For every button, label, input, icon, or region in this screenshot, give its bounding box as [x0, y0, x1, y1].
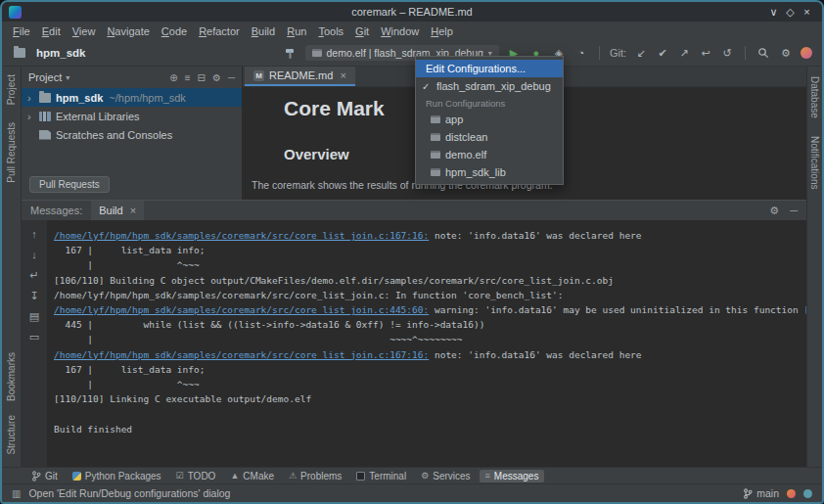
dropdown-item-hpm-sdk-lib[interactable]: hpm_sdk_lib [416, 163, 563, 181]
toolwindow-bar-services[interactable]: ⚙Services [415, 470, 476, 482]
toolwindow-button-notifications[interactable]: Notifications [809, 136, 820, 189]
up-icon[interactable]: ↑ [31, 229, 37, 240]
scratches-icon [39, 130, 51, 140]
check-icon: ✓ [422, 81, 432, 92]
console-text: | ^~~~ [54, 259, 200, 270]
clear-icon[interactable]: ▭ [29, 332, 39, 343]
hide-panel-icon[interactable]: ─ [228, 72, 235, 83]
locate-file-icon[interactable]: ⊕ [169, 72, 177, 83]
toolwindow-bar-todo[interactable]: ☑TODO [170, 470, 222, 482]
print-icon[interactable]: ▤ [29, 311, 39, 322]
commit-icon[interactable]: ✔ [655, 45, 670, 61]
console-text: Build finished [54, 424, 132, 435]
down-icon[interactable]: ↓ [31, 250, 37, 260]
tree-item-external-libraries[interactable]: ›External Libraries [22, 107, 242, 125]
menu-file[interactable]: File [7, 23, 36, 39]
build-console[interactable]: /home/lyf/hpm/hpm_sdk/samples/coremark/s… [48, 220, 806, 467]
dropdown-item-app[interactable]: app [416, 111, 563, 128]
close-button[interactable]: × [799, 3, 815, 21]
toolwindow-bar-label: Terminal [369, 471, 406, 481]
console-line: /home/lyf/hpm/hpm_sdk/samples/coremark/s… [54, 347, 801, 362]
toolwindow-bar-problems[interactable]: ⚠Problems [283, 470, 347, 482]
project-panel-title: Project [28, 71, 62, 83]
build-console-wrap: ↑↓↵↧▤▭ /home/lyf/hpm/hpm_sdk/samples/cor… [22, 220, 806, 467]
services-icon: ⚙ [421, 472, 429, 481]
dropdown-item-flash-sdram-xip-debug[interactable]: ✓flash_sdram_xip_debug [416, 77, 563, 95]
toolwindow-button-structure[interactable]: Structure [6, 415, 17, 455]
build-hammer-icon[interactable] [283, 45, 298, 61]
toolwindow-button-database[interactable]: Database [809, 76, 820, 118]
profile-avatar[interactable] [801, 47, 812, 59]
console-line: /home/lyf/hpm/hpm_sdk/samples/coremark/s… [54, 302, 801, 317]
close-tab-icon[interactable]: × [340, 69, 345, 81]
close-tab-icon[interactable]: × [130, 205, 136, 216]
libraries-icon [39, 112, 51, 121]
project-widget[interactable]: hpm_sdk [12, 47, 86, 59]
console-line: | ^~~~ [54, 377, 801, 391]
menu-run[interactable]: Run [281, 23, 312, 39]
sync-status-icon[interactable] [787, 489, 796, 498]
window-title: coremark – README.md [2, 6, 822, 18]
settings-gear-icon[interactable]: ⚙ [778, 45, 794, 61]
dropdown-item-distclean[interactable]: distclean [416, 128, 563, 146]
run-config-type-icon [431, 133, 440, 141]
dropdown-item-edit-configurations[interactable]: Edit Configurations... [416, 60, 563, 77]
menu-build[interactable]: Build [246, 23, 281, 39]
tab-readme[interactable]: M README.md × [245, 67, 355, 86]
push-icon[interactable]: ↗ [676, 45, 692, 61]
menu-tools[interactable]: Tools [312, 23, 349, 39]
expand-all-icon[interactable]: ≡ [185, 72, 191, 83]
console-line: /home/lyf/hpm/hpm_sdk/samples/coremark/s… [54, 228, 801, 243]
git-actions: ↙✔↗↩↺ [633, 45, 735, 61]
menu-git[interactable]: Git [349, 23, 375, 39]
soft-wrap-icon[interactable]: ↵ [29, 270, 38, 281]
menu-code[interactable]: Code [156, 23, 193, 39]
status-message[interactable]: Open 'Edit Run/Debug configurations' dia… [28, 487, 230, 499]
search-everywhere-icon[interactable] [755, 45, 771, 61]
menu-view[interactable]: View [67, 23, 102, 39]
toolwindow-button-project[interactable]: Project [6, 74, 17, 105]
notifications-icon[interactable] [803, 489, 812, 498]
settings-gear-icon[interactable]: ⚙ [769, 205, 779, 217]
toolbar-separator [745, 46, 746, 60]
toolwindow-bar-cmake[interactable]: ▲CMake [224, 470, 280, 482]
menu-refactor[interactable]: Refactor [193, 23, 246, 39]
titlebar[interactable]: coremark – README.md ∨ ◇ × [2, 2, 822, 22]
file-link[interactable]: /home/lyf/hpm/hpm_sdk/samples/coremark/s… [54, 349, 429, 360]
console-text: 445 | while (list && ((list->info->data1… [54, 319, 484, 330]
tree-item-scratches-and-consoles[interactable]: Scratches and Consoles [22, 125, 242, 144]
toolwindow-bar-messages[interactable]: ≡Messages [480, 470, 545, 482]
pull-requests-button[interactable]: Pull Requests [29, 176, 110, 193]
menu-edit[interactable]: Edit [36, 23, 67, 39]
toolwindow-bar-terminal[interactable]: Terminal [350, 470, 412, 482]
collapse-all-icon[interactable]: ⊟ [198, 72, 206, 83]
console-text: | ~~~~^~~~~~~~~ [54, 334, 463, 344]
settings-icon[interactable]: ⚙ [212, 72, 221, 83]
tab-build[interactable]: Build × [91, 201, 144, 220]
dropdown-item-demo-elf[interactable]: demo.elf [416, 146, 563, 163]
toolwindow-bar-python-packages[interactable]: Python Packages [67, 470, 167, 482]
minimize-button[interactable]: ∨ [765, 3, 782, 21]
toolwindow-button-bookmarks[interactable]: Bookmarks [6, 352, 17, 401]
project-panel-header[interactable]: Project ▾ ⊕≡⊟⚙─ [22, 67, 242, 88]
update-project-icon[interactable]: ↙ [633, 45, 649, 61]
toolwindow-switcher-icon[interactable]: ▥ [12, 488, 21, 499]
tree-item-hpm-sdk[interactable]: ›hpm_sdk~/hpm/hpm_sdk [22, 88, 242, 107]
profiler-button[interactable]: ◔ [573, 45, 589, 61]
file-link[interactable]: /home/lyf/hpm/hpm_sdk/samples/coremark/s… [54, 230, 429, 241]
git-branch-widget[interactable]: main [743, 487, 779, 499]
toolwindow-button-pull-requests[interactable]: Pull Requests [6, 122, 17, 183]
hide-panel-icon[interactable]: ─ [790, 205, 798, 217]
file-link[interactable]: /home/lyf/hpm/hpm_sdk/samples/coremark/s… [54, 304, 429, 315]
history-icon[interactable]: ↺ [719, 45, 735, 61]
maximize-button[interactable]: ◇ [782, 3, 799, 21]
scroll-end-icon[interactable]: ↧ [29, 291, 38, 301]
toolwindow-bar-git[interactable]: Git [25, 470, 64, 482]
menu-help[interactable]: Help [425, 23, 459, 39]
menu-window[interactable]: Window [375, 23, 425, 39]
menubar: FileEditViewNavigateCodeRefactorBuildRun… [2, 22, 822, 40]
menu-navigate[interactable]: Navigate [101, 23, 155, 39]
expand-arrow-icon[interactable]: › [27, 111, 37, 122]
rollback-icon[interactable]: ↩ [698, 45, 713, 61]
expand-arrow-icon[interactable]: › [27, 92, 37, 104]
